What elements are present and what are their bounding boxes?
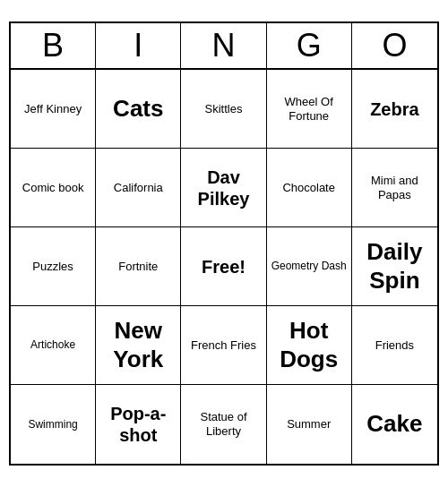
bingo-cell: Summer <box>267 385 352 464</box>
bingo-cell: Cake <box>352 385 437 464</box>
bingo-cell: Dav Pilkey <box>181 149 266 227</box>
bingo-cell: Cats <box>96 70 181 149</box>
bingo-cell: Daily Spin <box>352 227 437 306</box>
bingo-cell: California <box>96 149 181 227</box>
bingo-cell: Friends <box>352 306 437 385</box>
bingo-cell: New York <box>96 306 181 385</box>
header-letter: B <box>11 23 96 68</box>
bingo-cell: Pop-a-shot <box>96 385 181 464</box>
bingo-cell: Chocolate <box>267 149 352 227</box>
bingo-card: BINGO Jeff KinneyCatsSkittlesWheel Of Fo… <box>9 21 439 466</box>
header-letter: N <box>181 23 266 68</box>
bingo-cell: French Fries <box>181 306 266 385</box>
bingo-cell: Skittles <box>181 70 266 149</box>
bingo-cell: Fortnite <box>96 227 181 306</box>
bingo-cell: Jeff Kinney <box>11 70 96 149</box>
bingo-cell: Wheel Of Fortune <box>267 70 352 149</box>
bingo-cell: Zebra <box>352 70 437 149</box>
bingo-cell: Free! <box>181 227 266 306</box>
header-letter: I <box>96 23 181 68</box>
bingo-cell: Swimming <box>11 385 96 464</box>
bingo-cell: Hot Dogs <box>267 306 352 385</box>
header-letter: G <box>267 23 352 68</box>
bingo-cell: Geometry Dash <box>267 227 352 306</box>
bingo-grid: Jeff KinneyCatsSkittlesWheel Of FortuneZ… <box>11 70 437 464</box>
bingo-header: BINGO <box>11 23 437 70</box>
bingo-cell: Puzzles <box>11 227 96 306</box>
bingo-cell: Statue of Liberty <box>181 385 266 464</box>
bingo-cell: Comic book <box>11 149 96 227</box>
header-letter: O <box>352 23 437 68</box>
bingo-cell: Mimi and Papas <box>352 149 437 227</box>
bingo-cell: Artichoke <box>11 306 96 385</box>
